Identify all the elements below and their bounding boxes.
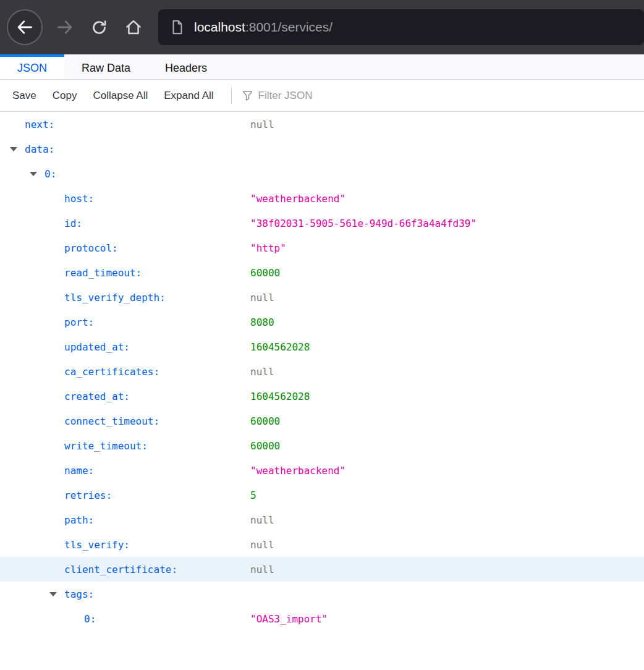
json-key: host:: [64, 193, 94, 205]
json-tree-row[interactable]: name:"weatherbackend": [0, 458, 644, 483]
reload-icon: [91, 19, 108, 36]
json-tree-row[interactable]: 0:"OAS3_import": [0, 606, 644, 631]
twisty-down-icon[interactable]: [30, 172, 44, 176]
url-path: :8001/services/: [245, 20, 333, 34]
copy-button[interactable]: Copy: [53, 90, 77, 102]
json-value: null: [250, 366, 274, 378]
filter-json-field[interactable]: [242, 90, 444, 102]
json-tree-row[interactable]: retries:5: [0, 483, 644, 507]
json-key: 0:: [84, 613, 96, 625]
filter-funnel-icon: [242, 90, 253, 101]
json-tree-row[interactable]: write_timeout:60000: [0, 433, 644, 458]
toolbar-separator: [231, 88, 232, 104]
home-icon: [125, 19, 142, 36]
json-key: created_at:: [64, 391, 130, 402]
json-tree-row[interactable]: host:"weatherbackend": [0, 186, 644, 211]
back-arrow-icon: [16, 19, 33, 36]
json-tree-row[interactable]: client_certificate:null: [0, 557, 644, 582]
json-key: id:: [64, 218, 82, 229]
reload-button[interactable]: [91, 19, 108, 36]
json-value: null: [250, 514, 274, 526]
json-tree-row[interactable]: updated_at:1604562028: [0, 334, 644, 359]
json-value: 1604562028: [250, 341, 310, 353]
json-value: "weatherbackend": [250, 465, 345, 477]
json-value: "http": [250, 242, 286, 254]
json-value: null: [250, 119, 274, 130]
json-key: connect_timeout:: [64, 415, 159, 427]
json-tree-row[interactable]: protocol:"http": [0, 235, 644, 260]
json-tree-row[interactable]: tls_verify_depth:null: [0, 285, 644, 310]
json-tree-row[interactable]: next:null: [0, 112, 644, 137]
json-tree-row[interactable]: ca_certificates:null: [0, 359, 644, 384]
json-key: 0:: [44, 168, 56, 180]
tab-headers[interactable]: Headers: [148, 54, 224, 79]
filter-json-input[interactable]: [258, 90, 444, 102]
json-tree-row[interactable]: tls_verify:null: [0, 532, 644, 557]
viewer-tabs: JSON Raw Data Headers: [0, 54, 644, 80]
json-key: read_timeout:: [64, 267, 142, 279]
json-tree-row[interactable]: data:: [0, 137, 644, 161]
json-value: null: [250, 292, 274, 303]
json-value: 5: [250, 490, 256, 501]
expand-all-button[interactable]: Expand All: [164, 90, 213, 102]
json-key: client_certificate:: [64, 564, 177, 575]
json-tree-row[interactable]: path:null: [0, 507, 644, 532]
json-key: protocol:: [64, 242, 118, 254]
json-key: name:: [64, 465, 94, 477]
json-tree-row[interactable]: id:"38f02031-5905-561e-949d-66f3a4a4fd39…: [0, 211, 644, 235]
json-key: updated_at:: [64, 341, 130, 353]
page-icon: [169, 19, 185, 35]
url-bar[interactable]: localhost:8001/services/: [158, 9, 644, 45]
json-value: null: [250, 564, 274, 575]
json-key: next:: [25, 119, 54, 130]
json-tree-row[interactable]: tags:: [0, 582, 644, 606]
json-value: 60000: [250, 440, 280, 452]
json-value: 8080: [250, 316, 274, 328]
json-tree-row[interactable]: read_timeout:60000: [0, 260, 644, 285]
json-key: path:: [64, 514, 94, 526]
json-toolbar: Save Copy Collapse All Expand All: [0, 80, 644, 112]
twisty-down-icon[interactable]: [10, 147, 25, 151]
json-key: ca_certificates:: [64, 366, 159, 378]
json-tree-row[interactable]: created_at:1604562028: [0, 384, 644, 409]
home-button[interactable]: [125, 19, 142, 36]
json-value: 60000: [250, 415, 280, 427]
json-value: 1604562028: [250, 391, 310, 402]
json-tree-row[interactable]: connect_timeout:60000: [0, 409, 644, 433]
back-button[interactable]: [7, 9, 43, 45]
json-key: data:: [25, 143, 54, 155]
twisty-down-icon[interactable]: [49, 592, 64, 596]
url-text: localhost:8001/services/: [194, 20, 333, 35]
forward-arrow-icon: [56, 19, 74, 36]
json-key: tls_verify:: [64, 539, 130, 551]
json-tree-row[interactable]: 0:: [0, 161, 644, 186]
collapse-all-button[interactable]: Collapse All: [93, 90, 148, 102]
tab-raw-data[interactable]: Raw Data: [64, 54, 148, 79]
json-tree-row[interactable]: port:8080: [0, 310, 644, 334]
json-key: tags:: [64, 588, 94, 600]
save-button[interactable]: Save: [12, 90, 36, 102]
url-host: localhost: [194, 20, 245, 34]
json-key: port:: [64, 316, 94, 328]
json-value: "38f02031-5905-561e-949d-66f3a4a4fd39": [250, 218, 477, 229]
json-value: "OAS3_import": [250, 613, 328, 625]
forward-button[interactable]: [56, 19, 74, 36]
json-value: 60000: [250, 267, 280, 279]
browser-toolbar: localhost:8001/services/: [0, 0, 644, 54]
json-key: tls_verify_depth:: [64, 292, 166, 303]
tab-json[interactable]: JSON: [0, 54, 64, 79]
json-value: "weatherbackend": [250, 193, 345, 205]
json-key: retries:: [64, 490, 112, 501]
json-value: null: [250, 539, 274, 551]
json-key: write_timeout:: [64, 440, 148, 452]
json-tree: next:nulldata:0:host:"weatherbackend"id:…: [0, 112, 644, 631]
